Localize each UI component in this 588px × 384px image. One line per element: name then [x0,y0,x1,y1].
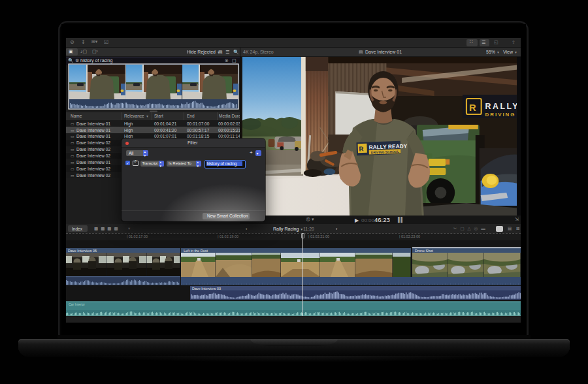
svg-text:DRIVING: DRIVING [485,112,516,118]
svg-text:R: R [359,145,364,152]
svg-text:RALLY READY: RALLY READY [368,142,407,150]
svg-text:Car Interior: Car Interior [69,302,85,306]
svg-text:Dave Interview 03: Dave Interview 03 [192,287,221,291]
svg-text:Drone Shot: Drone Shot [415,249,433,253]
svg-text:Left in the Dust: Left in the Dust [184,249,208,253]
svg-text:Dave Interview 05: Dave Interview 05 [68,249,97,253]
svg-text:RALLY: RALLY [485,102,519,111]
